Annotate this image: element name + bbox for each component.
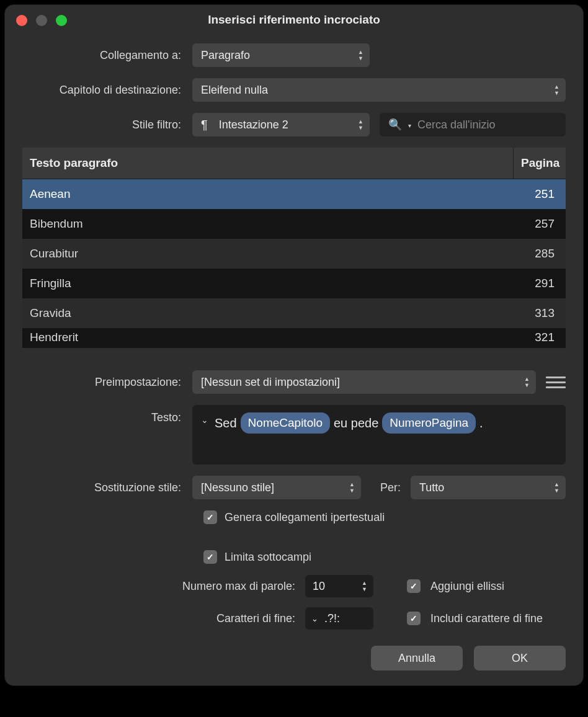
table-row[interactable]: Hendrerit 321	[22, 328, 566, 348]
table-header: Testo paragrafo Pagina	[22, 148, 566, 179]
col-page[interactable]: Pagina	[514, 148, 566, 179]
titlebar: Inserisci riferimento incrociato	[5, 5, 583, 35]
table-body: Aenean 251 Bibendum 257 Curabitur 285 Fr…	[22, 179, 566, 348]
close-icon[interactable]	[16, 15, 27, 26]
table-row[interactable]: Fringilla 291	[22, 269, 566, 298]
stepper-icon: ▲▼	[349, 482, 355, 493]
table-row[interactable]: Aenean 251	[22, 179, 566, 209]
end-chars-field[interactable]: ⌄ .?!:	[305, 607, 373, 630]
window-title: Inserisci riferimento incrociato	[5, 13, 583, 27]
table-row[interactable]: Gravida 313	[22, 298, 566, 328]
per-select[interactable]: Tutto ▲▼	[411, 476, 566, 499]
button-bar: Annulla OK	[22, 646, 566, 670]
filter-value: Intestazione 2	[219, 118, 288, 131]
stepper-icon: ▲▼	[554, 84, 559, 96]
table-row[interactable]: Bibendum 257	[22, 209, 566, 239]
chapter-name-token[interactable]: NomeCapitolo	[241, 412, 330, 434]
zoom-icon[interactable]	[56, 15, 67, 26]
end-chars-value: .?!:	[324, 612, 340, 625]
max-words-value: 10	[313, 580, 325, 593]
table-row[interactable]: Curabitur 285	[22, 239, 566, 269]
search-placeholder: Cerca dall'inizio	[417, 118, 496, 131]
ellipsis-checkbox[interactable]: ✓	[407, 579, 421, 593]
cross-reference-dialog: Inserisci riferimento incrociato Collega…	[5, 5, 583, 685]
per-value: Tutto	[419, 481, 444, 494]
minimize-icon	[36, 15, 47, 26]
ellipsis-label: Aggiungi ellissi	[430, 580, 504, 593]
link-to-label: Collegamento a:	[22, 49, 181, 62]
stepper-icon[interactable]: ▲▼	[362, 581, 367, 592]
chapter-value: Eleifend nulla	[201, 84, 268, 97]
search-icon: 🔍	[388, 118, 402, 131]
hyperlinks-label: Genera collegamenti ipertestuali	[225, 511, 385, 524]
style-sub-select[interactable]: [Nessuno stile] ▲▼	[192, 476, 361, 499]
stepper-icon: ▲▼	[524, 376, 530, 388]
search-input[interactable]: 🔍 ▾ Cerca dall'inizio	[380, 113, 566, 136]
hyperlinks-checkbox[interactable]: ✓	[203, 510, 217, 524]
stepper-icon: ▲▼	[554, 482, 559, 493]
chapter-label: Capitolo di destinazione:	[22, 84, 181, 97]
stepper-icon: ▲▼	[358, 50, 363, 61]
chevron-down-icon: ▾	[408, 122, 411, 129]
pilcrow-icon: ¶	[201, 118, 208, 132]
chapter-select[interactable]: Eleifend nulla ▲▼	[192, 78, 566, 102]
paragraph-table: Testo paragrafo Pagina Aenean 251 Bibend…	[22, 148, 566, 348]
style-sub-label: Sostituzione stile:	[22, 481, 181, 494]
link-to-select[interactable]: Paragrafo ▲▼	[192, 43, 370, 67]
include-end-checkbox[interactable]: ✓	[407, 612, 421, 625]
window-controls	[16, 15, 67, 26]
stepper-icon: ▲▼	[358, 119, 363, 130]
limit-subfields-checkbox[interactable]: ✓	[203, 550, 217, 564]
page-number-token[interactable]: NumeroPagina	[382, 412, 476, 434]
preset-select[interactable]: [Nessun set di impostazioni] ▲▼	[192, 370, 536, 394]
text-label: Testo:	[22, 405, 181, 424]
link-to-value: Paragrafo	[201, 49, 250, 62]
max-words-field[interactable]: 10 ▲▼	[305, 575, 373, 597]
chevron-down-icon[interactable]: ⌄	[201, 415, 208, 425]
ok-button[interactable]: OK	[474, 646, 566, 670]
max-words-label: Numero max di parole:	[22, 580, 295, 593]
cancel-button[interactable]: Annulla	[371, 646, 463, 670]
preset-menu-icon[interactable]	[546, 372, 566, 392]
filter-select[interactable]: ¶ Intestazione 2 ▲▼	[192, 113, 370, 136]
preset-value: [Nessun set di impostazioni]	[201, 376, 340, 389]
col-text[interactable]: Testo paragrafo	[22, 148, 514, 179]
per-label: Per:	[371, 481, 401, 494]
end-chars-label: Caratteri di fine:	[22, 612, 295, 625]
text-expression: Sed NomeCapitolo eu pede NumeroPagina .	[215, 412, 483, 434]
chevron-down-icon: ⌄	[311, 614, 318, 623]
limit-subfields-label: Limita sottocampi	[225, 551, 311, 564]
include-end-label: Includi carattere di fine	[430, 612, 543, 625]
preset-label: Preimpostazione:	[22, 376, 181, 389]
filter-label: Stile filtro:	[22, 118, 181, 131]
style-sub-value: [Nessuno stile]	[201, 481, 274, 494]
text-expression-field[interactable]: ⌄ Sed NomeCapitolo eu pede NumeroPagina …	[192, 405, 566, 465]
